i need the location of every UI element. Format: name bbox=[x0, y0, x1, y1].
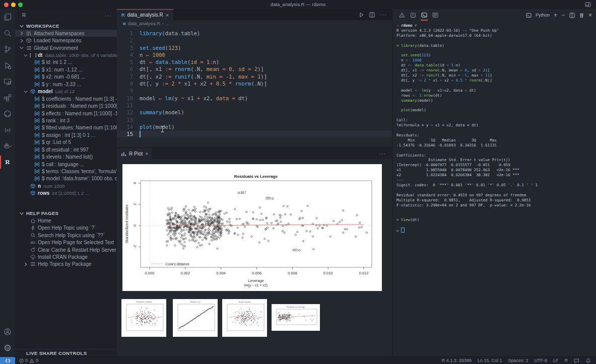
remote-explorer-icon[interactable] bbox=[0, 74, 15, 90]
close-tab-icon[interactable]: × bbox=[166, 12, 169, 18]
code-line-1[interactable]: 1library(data.table) bbox=[117, 30, 392, 37]
new-terminal-icon[interactable]: + bbox=[554, 12, 557, 19]
terminal-icon[interactable] bbox=[419, 9, 430, 21]
close-panel-icon[interactable]: × bbox=[588, 12, 592, 19]
kill-terminal-icon[interactable] bbox=[579, 13, 584, 18]
tree-item-dt[interactable]: [ ]dtdata.table: 1000 obs. of 4 variable… bbox=[15, 51, 117, 58]
problems-status[interactable]: 0 0 bbox=[19, 358, 38, 363]
code-line-11[interactable]: 11 bbox=[117, 102, 392, 109]
tree-item-call-language[interactable]: $ call : language ... bbox=[15, 161, 117, 168]
tree-item-effects-named-num-1-1000-1[interactable]: $ effects : Named num [1:1000] -1.... bbox=[15, 110, 117, 117]
help-pages-section-header[interactable]: HELP PAGES bbox=[15, 209, 117, 217]
tree-item-x2-num-0-681[interactable]: $ x2: num -0.681 ... bbox=[15, 74, 117, 81]
r-tools-icon[interactable]: R bbox=[0, 154, 15, 170]
tree-item-model-data-frame-1000-obs-of[interactable]: $ model :'data.frame': 1000 obs. of... bbox=[15, 175, 117, 182]
tree-item-y-num-3-33[interactable]: $ y : num -3.33 ... bbox=[15, 81, 117, 88]
terminal-dropdown-icon[interactable] bbox=[561, 13, 565, 17]
feedback-icon[interactable] bbox=[574, 358, 579, 363]
tree-item-n[interactable]: nnum 1000 bbox=[15, 182, 117, 189]
status-item-cursor-position[interactable]: Ln 15, Col 1 bbox=[478, 358, 502, 363]
tree-item-global-environment[interactable]: Global Environment bbox=[15, 44, 117, 51]
code-line-10[interactable]: 10model ← lm(y ~ x1 + x2, data = dt) bbox=[117, 95, 392, 102]
tree-item-terms-classes-terms-formula-l[interactable]: $ terms :Classes 'terms', 'formula' l... bbox=[15, 168, 117, 175]
tree-item-residuals-named-num-1-1000[interactable]: $ residuals : Named num [1:1000] -... bbox=[15, 102, 117, 109]
bell-icon[interactable] bbox=[585, 358, 591, 363]
split-editor-icon[interactable] bbox=[369, 12, 375, 18]
search-icon[interactable] bbox=[0, 25, 15, 41]
source-control-icon[interactable] bbox=[0, 41, 15, 57]
code-line-14[interactable]: 14plot(model) bbox=[117, 123, 392, 130]
sidebar-more-actions-icon[interactable]: ··· bbox=[105, 9, 112, 22]
tree-item-qr-list-of-5[interactable]: $ qr :List of 5 bbox=[15, 139, 117, 146]
ports-icon[interactable] bbox=[408, 9, 419, 21]
tree-item-model[interactable]: modelList of 12 bbox=[15, 88, 117, 95]
plot-thumbnail-3[interactable]: Scale-Location bbox=[222, 299, 267, 337]
output-icon[interactable] bbox=[430, 9, 441, 21]
chevron-down-icon[interactable] bbox=[18, 46, 25, 50]
code-line-15[interactable]: 15 bbox=[117, 130, 392, 137]
tree-item-install-cran-package[interactable]: Install CRAN Package bbox=[15, 253, 117, 260]
tree-item-df-residual-int-997[interactable]: $ df.residual : int 997 bbox=[15, 146, 117, 153]
plot-thumbnail-4[interactable]: Residuals vs Leverage bbox=[272, 304, 320, 331]
settings-gear-icon[interactable] bbox=[0, 340, 15, 356]
chevron-right-icon[interactable] bbox=[18, 39, 25, 43]
code-line-7[interactable]: 7dt[, x2 := runif(.N, min = -1, max = 1)… bbox=[117, 73, 392, 80]
github-icon[interactable] bbox=[0, 106, 15, 122]
terminal-shell-label[interactable]: Python bbox=[536, 13, 550, 18]
docker-icon[interactable] bbox=[0, 138, 15, 154]
run-file-icon[interactable] bbox=[359, 12, 364, 18]
run-debug-icon[interactable] bbox=[0, 57, 15, 74]
r-plot-tab[interactable]: R Plot × bbox=[117, 148, 152, 159]
remote-indicator[interactable] bbox=[0, 357, 15, 364]
tree-item-assign-int-1-3-0-1[interactable]: $ assign : int [1:3] 0 1 ... bbox=[15, 131, 117, 138]
tree-item-x1-num-1-12[interactable]: $ x1: num -1.12 ... bbox=[15, 66, 117, 73]
problems-icon[interactable] bbox=[396, 9, 408, 21]
code-line-9[interactable]: 9 bbox=[117, 87, 392, 94]
account-icon[interactable] bbox=[0, 324, 15, 340]
close-plot-icon[interactable]: × bbox=[145, 151, 148, 157]
breadcrumb[interactable]: R data_analysis.R › ... bbox=[117, 20, 392, 27]
code-line-5[interactable]: 5dt ← data.table(id = 1:n) bbox=[117, 58, 392, 65]
code-line-3[interactable]: 3set.seed(123) bbox=[117, 44, 392, 51]
tree-item-xlevels-named-list[interactable]: $ xlevels : Named list() bbox=[15, 153, 117, 160]
editor-more-actions-icon[interactable]: ··· bbox=[380, 12, 387, 18]
code-line-2[interactable]: 2 bbox=[117, 37, 392, 44]
status-item-indentation[interactable]: Spaces: 2 bbox=[508, 358, 528, 363]
tree-item-rank-int-3[interactable]: $ rank : int 3 bbox=[15, 117, 117, 124]
tree-item-coefficients-named-num-1-3-0[interactable]: $ coefficients : Named num [1:3] -0... bbox=[15, 95, 117, 102]
code-editor[interactable]: 1library(data.table)2 3set.seed(123)4n ←… bbox=[117, 27, 392, 150]
code-line-8[interactable]: 8dt[, y := 2 * x1 + x2 + 0.5 * rnorm(.N)… bbox=[117, 80, 392, 87]
tree-item-attached-namespaces[interactable]: Attached Namespaces bbox=[15, 30, 117, 37]
plot-thumbnail-2[interactable]: Normal Q-Q bbox=[173, 299, 218, 337]
status-item-eol[interactable]: LF bbox=[553, 358, 559, 363]
chevron-right-icon[interactable] bbox=[18, 31, 25, 35]
split-terminal-icon[interactable] bbox=[569, 13, 575, 18]
tree-item-search-help-topics-using[interactable]: Search Help Topics using `??` bbox=[15, 232, 117, 239]
status-item-language-mode[interactable]: R bbox=[565, 358, 568, 363]
status-item-encoding[interactable]: UTF-8 bbox=[534, 358, 547, 363]
live-share-controls-section[interactable]: LIVE SHARE CONTROLS bbox=[15, 349, 117, 357]
chevron-right-icon[interactable] bbox=[22, 262, 29, 266]
extensions-icon[interactable] bbox=[0, 90, 15, 106]
live-share-icon[interactable] bbox=[0, 122, 15, 138]
code-line-6[interactable]: 6dt[, x1 := rnorm(.N, mean = 0, sd = 2)] bbox=[117, 65, 392, 72]
code-line-13[interactable]: 13 bbox=[117, 116, 392, 123]
explorer-icon[interactable] bbox=[0, 9, 15, 25]
tree-item-open-help-topic-using[interactable]: Open Help Topic using `?` bbox=[15, 225, 117, 232]
tree-item-rows[interactable]: rowsint [1:1000] 1 2 ... bbox=[15, 190, 117, 197]
tree-item-id-int-1-2[interactable]: $ id: int 1 2 ... bbox=[15, 59, 117, 66]
terminal-output[interactable]: → rdemo rR version 4.1.3 (2022-03-10) --… bbox=[396, 21, 594, 357]
status-item-r-lsp[interactable]: R 4.1.3: 26389 bbox=[442, 358, 472, 363]
layout-icon[interactable] bbox=[585, 2, 591, 8]
code-line-12[interactable]: 12summary(model) bbox=[117, 109, 392, 116]
chevron-down-icon[interactable] bbox=[22, 53, 29, 57]
tree-item-fitted-values-named-num-1-1000[interactable]: $ fitted.values: Named num [1:1000... bbox=[15, 124, 117, 131]
tree-item-loaded-namespaces[interactable]: Loaded Namespaces bbox=[15, 37, 117, 44]
code-line-4[interactable]: 4n ← 1000 bbox=[117, 51, 392, 58]
plot-more-actions-icon[interactable]: ··· bbox=[379, 151, 392, 157]
chevron-down-icon[interactable] bbox=[22, 90, 29, 94]
tree-item-clear-cache-restart-help-serve[interactable]: Clear Cache & Restart Help Server bbox=[15, 246, 117, 253]
tab-data-analysis[interactable]: R data_analysis.R × bbox=[117, 9, 174, 20]
plot-thumbnail-1[interactable]: Residuals vs Fitted bbox=[121, 299, 166, 337]
tree-item-home[interactable]: Home bbox=[15, 217, 117, 224]
